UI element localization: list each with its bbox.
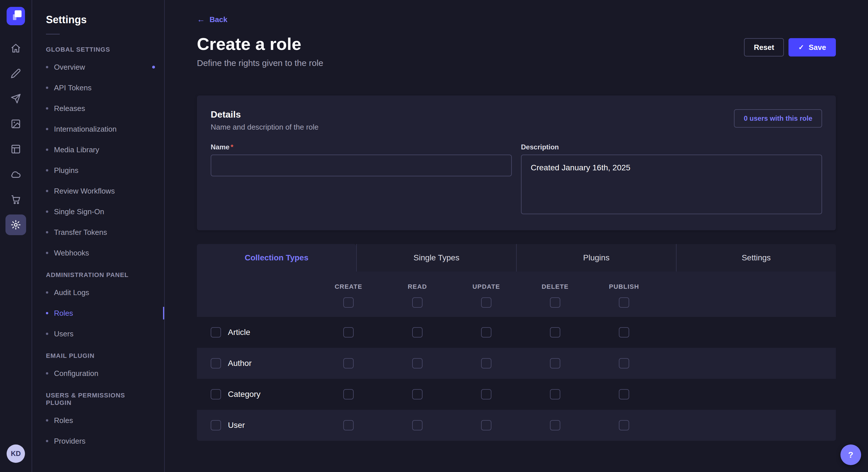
- user-update-checkbox[interactable]: [481, 420, 491, 430]
- user-read-checkbox[interactable]: [412, 420, 423, 430]
- tab-single-types[interactable]: Single Types: [356, 244, 516, 272]
- select-all-delete-checkbox[interactable]: [550, 297, 560, 308]
- save-button[interactable]: ✓ Save: [788, 38, 836, 57]
- article-read-checkbox[interactable]: [412, 327, 423, 338]
- bullet-icon: [46, 252, 48, 254]
- sidebar-item-roles[interactable]: Roles: [32, 303, 164, 324]
- header-actions: Reset ✓ Save: [744, 35, 836, 57]
- sidebar-item-audit-logs[interactable]: Audit Logs: [32, 282, 164, 303]
- reset-button[interactable]: Reset: [744, 38, 784, 57]
- settings-icon[interactable]: [5, 214, 26, 235]
- row-label: Category: [228, 390, 260, 399]
- sidebar-item-media-library[interactable]: Media Library: [32, 139, 164, 160]
- description-field-group: Description Created January 16th, 2025: [521, 143, 822, 216]
- description-textarea[interactable]: Created January 16th, 2025: [521, 155, 822, 214]
- permissions-tabs: Collection Types Single Types Plugins Se…: [197, 244, 836, 272]
- sidebar-item-users[interactable]: Users: [32, 324, 164, 344]
- category-read-checkbox[interactable]: [412, 389, 423, 400]
- tab-plugins[interactable]: Plugins: [516, 244, 676, 272]
- bullet-icon: [46, 312, 48, 314]
- category-publish-checkbox[interactable]: [619, 389, 629, 400]
- content-manager-icon[interactable]: [5, 139, 26, 160]
- table-row-author: Author: [197, 348, 836, 379]
- user-create-checkbox[interactable]: [343, 420, 353, 430]
- sidebar-item-releases[interactable]: Releases: [32, 98, 164, 119]
- row-select-checkbox[interactable]: [211, 420, 221, 430]
- cloud-icon[interactable]: [5, 164, 26, 185]
- article-create-checkbox[interactable]: [343, 327, 353, 338]
- category-delete-checkbox[interactable]: [550, 389, 560, 400]
- sidebar-item-internationalization[interactable]: Internationalization: [32, 119, 164, 139]
- bullet-icon: [46, 107, 48, 109]
- sidebar-item-up-roles[interactable]: Roles: [32, 410, 164, 431]
- content-type-builder-icon[interactable]: [5, 63, 26, 84]
- article-publish-checkbox[interactable]: [619, 327, 629, 338]
- column-label-create: CREATE: [335, 283, 362, 291]
- app-root: KD Settings GLOBAL SETTINGS Overview API…: [0, 0, 868, 472]
- home-icon[interactable]: [5, 38, 26, 59]
- users-with-role-button[interactable]: 0 users with this role: [734, 109, 822, 128]
- select-all-publish-checkbox[interactable]: [619, 297, 629, 308]
- row-select-checkbox[interactable]: [211, 389, 221, 400]
- section-email-plugin: EMAIL PLUGIN: [32, 352, 164, 360]
- category-update-checkbox[interactable]: [481, 389, 491, 400]
- select-all-create-checkbox[interactable]: [343, 297, 353, 308]
- page-subtitle: Define the rights given to the role: [197, 58, 323, 68]
- row-label: Article: [228, 328, 250, 337]
- sidebar-item-review-workflows[interactable]: Review Workflows: [32, 181, 164, 201]
- sidebar-item-label: Webhooks: [54, 248, 89, 258]
- user-publish-checkbox[interactable]: [619, 420, 629, 430]
- sidebar-item-label: Users: [54, 330, 73, 338]
- sidebar-item-label: Roles: [54, 309, 73, 318]
- author-read-checkbox[interactable]: [412, 358, 423, 369]
- select-all-update-checkbox[interactable]: [481, 297, 491, 308]
- sidebar-item-label: Releases: [54, 104, 85, 113]
- details-header: Details Name and description of the role…: [211, 109, 822, 132]
- marketplace-icon[interactable]: [5, 189, 26, 210]
- tab-settings[interactable]: Settings: [676, 244, 836, 272]
- back-link[interactable]: ← Back: [197, 15, 227, 24]
- column-label-delete: DELETE: [541, 283, 569, 291]
- author-publish-checkbox[interactable]: [619, 358, 629, 369]
- sidebar-item-transfer-tokens[interactable]: Transfer Tokens: [32, 222, 164, 243]
- bullet-icon: [46, 333, 48, 335]
- user-avatar[interactable]: KD: [7, 444, 25, 463]
- sidebar-item-webhooks[interactable]: Webhooks: [32, 243, 164, 263]
- back-label: Back: [210, 15, 227, 24]
- name-input[interactable]: [211, 155, 512, 176]
- bullet-icon: [46, 210, 48, 213]
- sidebar-item-providers[interactable]: Providers: [32, 431, 164, 451]
- strapi-logo[interactable]: [7, 7, 25, 25]
- sidebar-item-single-sign-on[interactable]: Single Sign-On: [32, 201, 164, 222]
- name-field-group: Name*: [211, 143, 512, 176]
- row-label: Author: [228, 359, 252, 368]
- sidebar-item-overview[interactable]: Overview: [32, 57, 164, 77]
- tab-collection-types[interactable]: Collection Types: [197, 244, 356, 272]
- article-update-checkbox[interactable]: [481, 327, 491, 338]
- name-label: Name*: [211, 143, 512, 151]
- column-label-publish: PUBLISH: [609, 283, 639, 291]
- save-label: Save: [809, 43, 826, 52]
- category-create-checkbox[interactable]: [343, 389, 353, 400]
- row-select-checkbox[interactable]: [211, 327, 221, 338]
- user-delete-checkbox[interactable]: [550, 420, 560, 430]
- author-create-checkbox[interactable]: [343, 358, 353, 369]
- sidebar-item-plugins[interactable]: Plugins: [32, 160, 164, 181]
- sidebar-item-configuration[interactable]: Configuration: [32, 363, 164, 384]
- description-label-text: Description: [521, 143, 559, 151]
- author-update-checkbox[interactable]: [481, 358, 491, 369]
- deploy-icon[interactable]: [5, 88, 26, 109]
- media-library-icon[interactable]: [5, 113, 26, 134]
- sidebar-item-api-tokens[interactable]: API Tokens: [32, 77, 164, 98]
- row-select-checkbox[interactable]: [211, 358, 221, 369]
- bullet-icon: [46, 66, 48, 68]
- select-all-read-checkbox[interactable]: [412, 297, 423, 308]
- article-delete-checkbox[interactable]: [550, 327, 560, 338]
- table-row-category: Category: [197, 379, 836, 410]
- column-label-read: READ: [408, 283, 427, 291]
- description-label: Description: [521, 143, 822, 151]
- bullet-icon: [46, 128, 48, 130]
- author-delete-checkbox[interactable]: [550, 358, 560, 369]
- sidebar-item-label: Review Workflows: [54, 187, 115, 196]
- help-button[interactable]: ?: [840, 444, 861, 465]
